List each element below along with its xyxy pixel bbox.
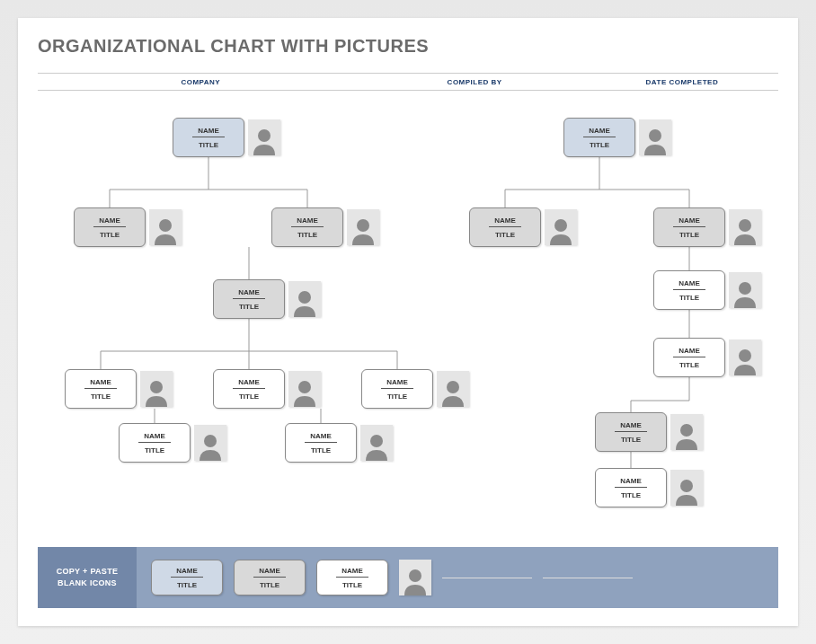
org-card: NAMETITLE [653, 338, 725, 377]
org-node[interactable]: NAMETITLE [595, 412, 703, 452]
org-chart-area: NAMETITLE NAMETITLE NAMETITLE NAMETITLE … [38, 91, 778, 513]
svg-point-29 [204, 435, 217, 447]
avatar-placeholder [248, 119, 280, 155]
org-node[interactable]: NAMETITLE [285, 423, 393, 463]
document-page: ORGANIZATIONAL CHART WITH PICTURES COMPA… [18, 18, 798, 626]
org-card: NAMETITLE [65, 369, 137, 409]
svg-point-27 [298, 381, 311, 393]
title-field: TITLE [342, 581, 362, 589]
avatar-placeholder [639, 119, 671, 155]
org-card: NAMETITLE [653, 207, 725, 247]
org-node-root-right[interactable]: NAMETITLE [563, 118, 671, 157]
avatar-placeholder [437, 371, 469, 407]
name-field: NAME [291, 216, 324, 227]
org-card: NAMETITLE [563, 118, 635, 157]
blank-card-grey[interactable]: NAMETITLE [234, 560, 306, 595]
svg-point-32 [554, 219, 567, 232]
org-node[interactable]: NAMETITLE [361, 369, 469, 409]
org-card: NAMETITLE [285, 423, 357, 463]
org-card: NAMETITLE [595, 468, 667, 507]
name-field: NAME [305, 432, 337, 443]
org-card: NAMETITLE [173, 118, 244, 157]
avatar-placeholder [347, 209, 379, 245]
avatar-placeholder [729, 340, 761, 375]
meta-company-label: COMPANY [38, 78, 364, 86]
title-field: TITLE [100, 231, 120, 239]
svg-point-31 [649, 129, 661, 142]
svg-point-30 [370, 435, 383, 447]
name-field: NAME [673, 347, 705, 357]
avatar-placeholder [288, 371, 321, 407]
blank-card-white[interactable]: NAMETITLE [316, 560, 388, 595]
svg-point-38 [409, 569, 421, 582]
avatar-placeholder [729, 209, 761, 245]
avatar-placeholder [288, 281, 321, 317]
title-field: TITLE [239, 393, 259, 401]
svg-point-24 [357, 219, 369, 232]
meta-header-row: COMPANY COMPILED BY DATE COMPLETED [38, 73, 778, 91]
org-node[interactable]: NAMETITLE [271, 207, 379, 247]
footer-panel: COPY + PASTE BLANK ICONS NAMETITLE NAMET… [38, 547, 778, 608]
avatar-placeholder [670, 470, 703, 506]
name-field: NAME [489, 216, 521, 227]
avatar-placeholder [149, 209, 182, 245]
org-card: NAMETITLE [119, 423, 191, 463]
blank-divider[interactable] [543, 578, 633, 578]
title-field: TITLE [387, 393, 407, 401]
blank-card-blue[interactable]: NAMETITLE [151, 560, 223, 595]
svg-point-28 [447, 381, 459, 393]
meta-date-label: DATE COMPLETED [586, 78, 778, 86]
svg-point-23 [159, 219, 172, 232]
avatar-placeholder [670, 414, 703, 450]
name-field: NAME [84, 378, 117, 389]
svg-point-25 [298, 291, 311, 304]
org-card: NAMETITLE [653, 270, 725, 310]
org-node-root-left[interactable]: NAMETITLE [173, 118, 280, 157]
name-field: NAME [93, 216, 126, 227]
avatar-placeholder [545, 209, 577, 245]
name-field: NAME [233, 378, 265, 389]
org-card: NAMETITLE [595, 412, 667, 452]
org-node[interactable]: NAMETITLE [653, 270, 761, 310]
title-field: TITLE [177, 581, 197, 589]
title-field: TITLE [679, 231, 699, 239]
org-node[interactable]: NAMETITLE [74, 207, 182, 247]
name-field: NAME [336, 567, 368, 578]
title-field: TITLE [679, 361, 699, 369]
blank-divider[interactable] [442, 578, 532, 578]
title-field: TITLE [239, 303, 259, 311]
name-field: NAME [138, 432, 171, 443]
org-node[interactable]: NAMETITLE [119, 423, 226, 463]
org-node[interactable]: NAMETITLE [653, 207, 761, 247]
org-node[interactable]: NAMETITLE [595, 468, 703, 507]
title-field: TITLE [590, 141, 609, 149]
name-field: NAME [615, 477, 647, 488]
org-node[interactable]: NAMETITLE [213, 369, 321, 409]
org-card: NAMETITLE [361, 369, 433, 409]
avatar-placeholder [140, 371, 173, 407]
footer-instruction: COPY + PASTE BLANK ICONS [38, 547, 137, 608]
org-node[interactable]: NAMETITLE [469, 207, 577, 247]
org-node[interactable]: NAMETITLE [213, 279, 321, 319]
svg-point-34 [739, 282, 751, 295]
title-field: TITLE [621, 436, 641, 444]
svg-point-36 [680, 424, 693, 437]
org-node[interactable]: NAMETITLE [65, 369, 173, 409]
title-field: TITLE [199, 141, 218, 149]
org-card: NAMETITLE [271, 207, 343, 247]
blank-avatar[interactable] [399, 560, 431, 595]
page-title: ORGANIZATIONAL CHART WITH PICTURES [38, 36, 778, 57]
title-field: TITLE [145, 446, 164, 454]
title-field: TITLE [311, 446, 331, 454]
org-node[interactable]: NAMETITLE [653, 338, 761, 377]
org-card: NAMETITLE [74, 207, 146, 247]
svg-point-35 [739, 349, 751, 362]
title-field: TITLE [91, 393, 111, 401]
svg-point-22 [258, 129, 271, 142]
name-field: NAME [583, 127, 616, 137]
footer-templates-row: NAMETITLE NAMETITLE NAMETITLE [137, 547, 778, 608]
svg-point-33 [739, 219, 751, 232]
footer-line1: COPY + PASTE [57, 566, 119, 578]
meta-compiled-label: COMPILED BY [364, 78, 586, 86]
name-field: NAME [233, 288, 265, 299]
